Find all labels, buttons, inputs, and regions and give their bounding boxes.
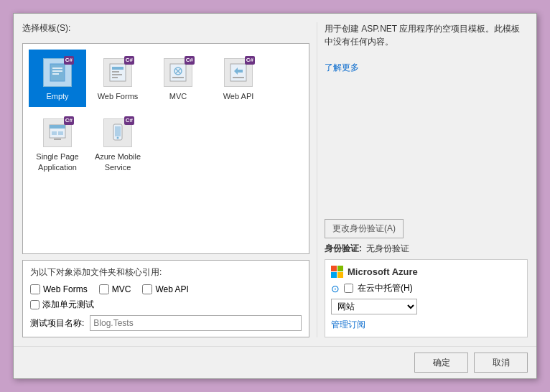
- cloud-hosting-checkbox[interactable]: [344, 284, 353, 293]
- spa-icon-box: C#: [43, 118, 72, 147]
- azure-mobile-icon-svg: [106, 121, 129, 144]
- azure-logo: [331, 266, 343, 278]
- unit-test-label: 添加单元测试: [42, 299, 94, 311]
- description-text: 用于创建 ASP.NET 应用程序的空项目模板。此模板中没有任何内容。: [325, 22, 528, 48]
- checkbox-webapi[interactable]: Web API: [142, 284, 188, 294]
- dialog-footer: 确定 取消: [14, 346, 536, 378]
- svg-rect-20: [54, 139, 61, 140]
- template-icon-azure-mobile: C#: [101, 116, 135, 150]
- checkbox-mvc-input[interactable]: [99, 284, 109, 294]
- auth-label: 身份验证:: [325, 243, 362, 255]
- webapi-icon-box: C#: [224, 58, 253, 87]
- checkbox-mvc[interactable]: MVC: [99, 284, 131, 294]
- webforms-icon-box: C#: [103, 58, 132, 87]
- checkbox-mvc-label: MVC: [112, 284, 131, 294]
- svg-rect-15: [233, 77, 244, 78]
- add-folders-label: 为以下对象添加文件夹和核心引用:: [30, 266, 302, 279]
- template-icon-webforms: C#: [101, 55, 135, 90]
- svg-rect-6: [112, 71, 119, 73]
- azure-section: Microsoft Azure ⊙ 在云中托管(H) 网站 管理订阅: [325, 259, 528, 337]
- change-auth-button[interactable]: 更改身份验证(A): [325, 219, 404, 238]
- checkboxes-row: Web Forms MVC Web API: [30, 284, 302, 294]
- expand-icon[interactable]: ⊙: [331, 283, 340, 294]
- right-panel: 用于创建 ASP.NET 应用程序的空项目模板。此模板中没有任何内容。 了解更多…: [317, 22, 528, 337]
- empty-icon-svg: [46, 61, 69, 84]
- add-folders-section: 为以下对象添加文件夹和核心引用: Web Forms MVC Web API: [22, 260, 309, 337]
- cs-badge-empty: C#: [64, 56, 74, 65]
- cs-badge-webapi: C#: [245, 56, 255, 65]
- confirm-button[interactable]: 确定: [414, 353, 468, 373]
- template-grid: C# Empty: [22, 43, 309, 254]
- svg-rect-9: [170, 64, 186, 81]
- template-label-webforms: Web Forms: [98, 91, 139, 101]
- svg-rect-13: [172, 77, 184, 78]
- checkbox-webforms[interactable]: Web Forms: [30, 284, 88, 294]
- azure-mobile-icon-box: C#: [103, 118, 132, 147]
- template-item-empty[interactable]: C# Empty: [29, 50, 86, 107]
- template-label-webapi: Web API: [223, 91, 254, 101]
- cs-badge-webforms: C#: [124, 56, 134, 65]
- auth-section: 更改身份验证(A) 身份验证: 无身份验证 Microsoft Azure: [325, 219, 528, 337]
- azure-header: Microsoft Azure: [331, 266, 521, 278]
- template-item-webapi[interactable]: C# Web API: [210, 50, 267, 107]
- svg-rect-17: [50, 125, 65, 129]
- template-icon-spa: C#: [40, 116, 75, 150]
- checkbox-webforms-input[interactable]: [30, 284, 40, 294]
- template-item-mvc[interactable]: C# MVC: [149, 50, 207, 107]
- section-label: 选择模板(S):: [22, 22, 309, 34]
- site-type-dropdown[interactable]: 网站: [331, 299, 417, 314]
- ms-square-green: [337, 266, 343, 271]
- test-project-input[interactable]: [90, 315, 302, 331]
- svg-rect-22: [115, 126, 121, 136]
- svg-rect-0: [50, 64, 65, 81]
- template-icon-mvc: C#: [161, 55, 195, 90]
- webapi-icon-svg: [227, 61, 250, 84]
- cs-badge-azure: C#: [124, 116, 134, 125]
- svg-rect-8: [112, 77, 118, 78]
- test-project-label: 测试项目名称:: [30, 317, 84, 330]
- template-label-empty: Empty: [46, 91, 68, 101]
- test-name-row: 测试项目名称:: [30, 315, 302, 331]
- ms-square-red: [331, 266, 337, 271]
- cs-badge-mvc: C#: [185, 56, 195, 65]
- auth-value: 无身份验证: [366, 243, 409, 255]
- cloud-row: ⊙ 在云中托管(H): [331, 282, 521, 294]
- svg-point-23: [117, 137, 119, 139]
- spa-icon-svg: [46, 121, 69, 144]
- mvc-icon-box: C#: [164, 58, 192, 87]
- azure-title: Microsoft Azure: [348, 266, 418, 277]
- cs-badge-spa: C#: [64, 116, 74, 125]
- unit-test-row: 添加单元测试: [30, 299, 302, 311]
- svg-rect-19: [58, 131, 63, 135]
- empty-icon-box: C#: [43, 58, 72, 87]
- mvc-icon-svg: [167, 61, 190, 84]
- template-item-webforms[interactable]: C# Web Forms: [89, 50, 146, 107]
- learn-more-link[interactable]: 了解更多: [325, 62, 359, 73]
- template-icon-empty: C#: [40, 55, 75, 90]
- svg-rect-18: [52, 131, 57, 135]
- checkbox-webapi-input[interactable]: [142, 284, 152, 294]
- checkbox-webforms-label: Web Forms: [43, 284, 88, 294]
- auth-row: 身份验证: 无身份验证: [325, 243, 528, 255]
- template-label-spa: Single PageApplication: [36, 151, 78, 172]
- template-label-mvc: MVC: [169, 91, 187, 101]
- ms-square-blue: [331, 272, 337, 278]
- dialog-body: 选择模板(S): C#: [14, 14, 536, 346]
- template-icon-webapi: C#: [221, 55, 256, 90]
- unit-test-checkbox[interactable]: [30, 300, 39, 309]
- template-item-spa[interactable]: C# Single PageApplication: [29, 110, 86, 178]
- svg-rect-5: [112, 67, 123, 70]
- cloud-hosting-label: 在云中托管(H): [358, 282, 413, 294]
- ms-square-yellow: [337, 272, 343, 278]
- manage-subscriptions-link[interactable]: 管理订阅: [331, 319, 521, 331]
- description-area: 用于创建 ASP.NET 应用程序的空项目模板。此模板中没有任何内容。 了解更多: [325, 22, 528, 213]
- main-dialog: 选择模板(S): C#: [13, 13, 537, 379]
- template-item-azure-mobile[interactable]: C# Azure MobileService: [89, 110, 146, 178]
- webforms-icon-svg: [106, 61, 129, 84]
- template-label-azure-mobile: Azure MobileService: [95, 151, 141, 172]
- site-dropdown-row: 网站: [331, 299, 521, 314]
- svg-rect-7: [112, 74, 122, 75]
- left-panel: 选择模板(S): C#: [22, 22, 309, 337]
- cancel-button[interactable]: 取消: [474, 353, 528, 373]
- checkbox-webapi-label: Web API: [155, 284, 188, 294]
